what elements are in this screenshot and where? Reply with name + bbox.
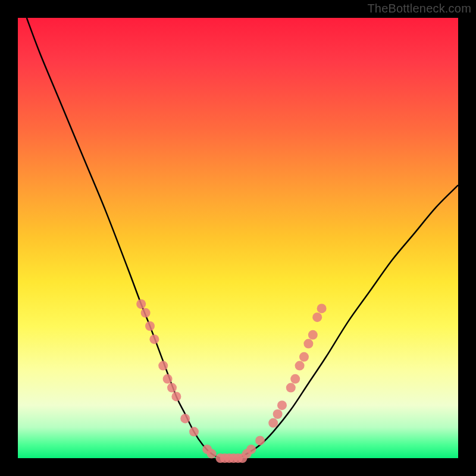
- chart-frame: TheBottleneck.com: [0, 0, 476, 476]
- marker-dot: [290, 374, 300, 384]
- marker-dot: [299, 352, 309, 362]
- curve-svg: [18, 18, 458, 458]
- marker-dot: [180, 414, 190, 423]
- marker-dot: [317, 303, 327, 313]
- marker-dot: [158, 361, 168, 371]
- marker-dot: [303, 339, 313, 349]
- marker-dot: [246, 444, 256, 454]
- marker-dot: [136, 299, 146, 309]
- marker-dot: [308, 330, 318, 340]
- marker-dot: [145, 321, 155, 331]
- marker-dot: [207, 449, 217, 459]
- marker-dot: [295, 361, 305, 371]
- marker-dot: [141, 308, 151, 318]
- bottleneck-curve-path: [27, 18, 458, 459]
- marker-dot: [255, 436, 265, 445]
- marker-dot: [268, 418, 278, 428]
- marker-dot: [277, 400, 287, 410]
- marker-dot: [149, 334, 159, 344]
- watermark-text: TheBottleneck.com: [367, 2, 471, 15]
- bottleneck-curve: [27, 18, 458, 459]
- marker-dot: [163, 374, 173, 384]
- marker-dot: [171, 392, 181, 401]
- marker-dot: [273, 409, 283, 419]
- marker-dot: [167, 383, 177, 393]
- plot-area: [18, 18, 458, 458]
- marker-dot: [312, 312, 322, 322]
- marker-dot: [286, 383, 296, 393]
- marker-dot: [189, 427, 199, 437]
- marker-group: [136, 299, 326, 463]
